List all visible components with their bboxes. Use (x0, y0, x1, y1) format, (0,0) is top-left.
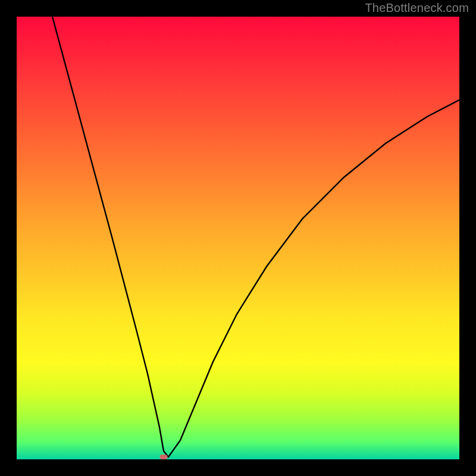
chart-frame (17, 17, 459, 459)
bottleneck-curve (17, 17, 459, 459)
watermark-text: TheBottleneck.com (365, 1, 469, 15)
minimum-marker (160, 455, 168, 459)
